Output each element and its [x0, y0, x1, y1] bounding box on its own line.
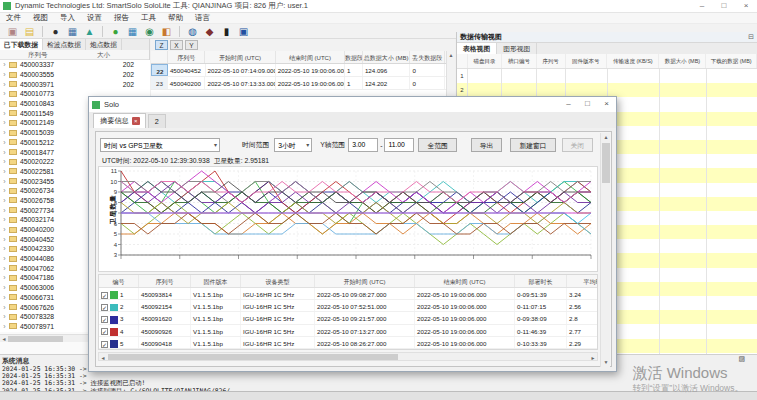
dialog-close-button[interactable]: ×: [597, 97, 616, 112]
expander-icon[interactable]: ›: [0, 100, 9, 107]
expander-icon[interactable]: ›: [0, 245, 9, 252]
expander-icon[interactable]: ›: [0, 304, 9, 311]
expander-icon[interactable]: ›: [0, 187, 9, 194]
expander-icon[interactable]: ›: [0, 274, 9, 281]
series-select[interactable]: 时间 vs GPS卫星数: [100, 138, 220, 152]
vscroll-down-icon[interactable]: ▼: [601, 358, 611, 367]
expander-icon[interactable]: ›: [0, 129, 9, 136]
row-number[interactable]: 22: [151, 64, 168, 76]
checkbox[interactable]: ✓: [101, 292, 108, 299]
expander-icon[interactable]: ›: [0, 158, 9, 165]
expander-icon[interactable]: ›: [0, 294, 9, 301]
component-tab-Z[interactable]: Z: [155, 40, 168, 50]
mouse-icon[interactable]: ◆: [202, 25, 217, 38]
record-icon[interactable]: ●: [48, 25, 63, 38]
vscroll-up-icon[interactable]: ▲: [601, 133, 611, 142]
left-tab-已下载数据[interactable]: 已下载数据: [0, 39, 43, 50]
transfer-row[interactable]: 1: [457, 69, 757, 83]
y-min-input[interactable]: 3.00: [348, 138, 378, 152]
info-icon[interactable]: ▣: [236, 25, 251, 38]
row-number[interactable]: 23: [151, 77, 168, 89]
expander-icon[interactable]: ›: [0, 119, 9, 126]
tree-item[interactable]: ›450003971202: [0, 79, 150, 89]
expander-icon[interactable]: ›: [0, 168, 9, 175]
device-row[interactable]: ✓4450090926V1.1.5.1bpIGU-16HR 1C 5Hz2022…: [99, 325, 598, 337]
menu-item-报告[interactable]: 报告: [108, 13, 135, 23]
expander-icon[interactable]: ›: [0, 197, 9, 204]
menu-item-文件[interactable]: 文件: [0, 13, 27, 23]
menu-item-语言[interactable]: 语言: [189, 13, 216, 23]
checkbox[interactable]: ✓: [101, 316, 108, 323]
transfer-tab-表格视图[interactable]: 表格视图: [457, 43, 497, 54]
tree-item[interactable]: ›450003555202: [0, 70, 150, 80]
scroll-thumb[interactable]: [8, 336, 63, 342]
dialog-maximize-button[interactable]: □: [578, 97, 597, 112]
dock-icon[interactable]: ⊟: [748, 33, 754, 41]
menu-item-导入[interactable]: 导入: [54, 13, 81, 23]
minimize-button[interactable]: –: [691, 0, 713, 13]
transfer-tab-图形视图[interactable]: 图形视图: [497, 43, 537, 54]
screen-icon[interactable]: ▦: [125, 25, 140, 38]
device-row[interactable]: ✓3450091620V1.1.5.1bpIGU-16HR 1C 5Hz2022…: [99, 312, 598, 324]
device-row[interactable]: ✓5450090418V1.1.5.1bpIGU-16HR 1C 5Hz2022…: [99, 337, 598, 349]
expander-icon[interactable]: ›: [0, 284, 9, 291]
checkbox[interactable]: ✓: [101, 304, 108, 311]
expander-icon[interactable]: ›: [0, 255, 9, 262]
left-tab-检波点数据[interactable]: 检波点数据: [43, 39, 86, 50]
network-icon[interactable]: ◍: [185, 25, 200, 38]
expander-icon[interactable]: ›: [0, 61, 9, 68]
vscroll-thumb[interactable]: [602, 143, 610, 183]
close-button[interactable]: ×: [735, 0, 757, 13]
expander-icon[interactable]: ›: [0, 207, 9, 214]
component-tab-Y[interactable]: Y: [185, 40, 198, 50]
close-chart-button[interactable]: 关闭: [562, 138, 594, 152]
menu-item-帮助[interactable]: 帮助: [162, 13, 189, 23]
full-range-button[interactable]: 全范围: [418, 138, 456, 152]
hscroll-thumb[interactable]: [108, 354, 398, 360]
scroll-left-icon[interactable]: ◄: [0, 335, 8, 343]
scroll-up-icon[interactable]: ▲: [447, 51, 455, 59]
y-max-input[interactable]: 11.00: [384, 138, 414, 152]
hscroll-right-icon[interactable]: ►: [589, 354, 597, 362]
expander-icon[interactable]: ›: [0, 71, 9, 78]
dialog-vscrollbar[interactable]: ▲ ▼: [600, 133, 610, 367]
globe-icon[interactable]: ◉: [142, 25, 157, 38]
expander-icon[interactable]: ›: [0, 236, 9, 243]
maximize-button[interactable]: □: [713, 0, 735, 13]
tab-summary-info[interactable]: 摘要信息 ×: [93, 113, 146, 128]
device-row[interactable]: ✓2450092154V1.1.5.1bpIGU-16HR 1C 5Hz2022…: [99, 300, 598, 312]
monitor-icon[interactable]: ●: [108, 25, 123, 38]
dialog-minimize-button[interactable]: –: [559, 97, 578, 112]
expander-icon[interactable]: ›: [0, 178, 9, 185]
summary-table-hscrollbar[interactable]: ◄ ►: [98, 352, 598, 361]
menu-item-工具[interactable]: 工具: [135, 13, 162, 23]
table-row[interactable]: 234500402002022-05-10 07:13:33.0002022-0…: [151, 77, 455, 90]
menu-item-设置[interactable]: 设置: [81, 13, 108, 23]
expander-icon[interactable]: ›: [0, 216, 9, 223]
left-tab-炮点数据[interactable]: 炮点数据: [86, 39, 122, 50]
table-row[interactable]: 224500404522022-05-10 07:14:09.0002022-0…: [151, 64, 455, 77]
expander-icon[interactable]: ›: [0, 265, 9, 272]
export-button[interactable]: 导出: [471, 138, 503, 152]
folder-icon[interactable]: ▤: [22, 25, 37, 38]
tree-item[interactable]: ›450003337202: [0, 60, 150, 70]
device-icon[interactable]: ▣: [5, 25, 20, 38]
checkbox[interactable]: ✓: [101, 328, 108, 335]
checkbox[interactable]: ✓: [101, 341, 108, 348]
expander-icon[interactable]: ›: [0, 323, 9, 330]
menu-item-视图[interactable]: 视图: [27, 13, 54, 23]
tab-2[interactable]: 2: [148, 114, 166, 128]
dialog-title-bar[interactable]: Solo – □ ×: [89, 97, 616, 112]
time-range-select[interactable]: 3小时: [274, 138, 312, 152]
device-row[interactable]: ✓1450093814V1.1.5.1bpIGU-16HR 1C 5Hz2022…: [99, 288, 598, 300]
image-icon[interactable]: ◧: [159, 25, 174, 38]
new-window-button[interactable]: 新建窗口: [510, 138, 555, 152]
expander-icon[interactable]: ›: [0, 81, 9, 88]
component-tab-X[interactable]: X: [170, 40, 183, 50]
expander-icon[interactable]: ›: [0, 90, 9, 97]
tab-close-icon[interactable]: ×: [132, 117, 140, 125]
expander-icon[interactable]: ›: [0, 313, 9, 320]
expander-icon[interactable]: ›: [0, 139, 9, 146]
expander-icon[interactable]: ›: [0, 149, 9, 156]
expander-icon[interactable]: ›: [0, 110, 9, 117]
